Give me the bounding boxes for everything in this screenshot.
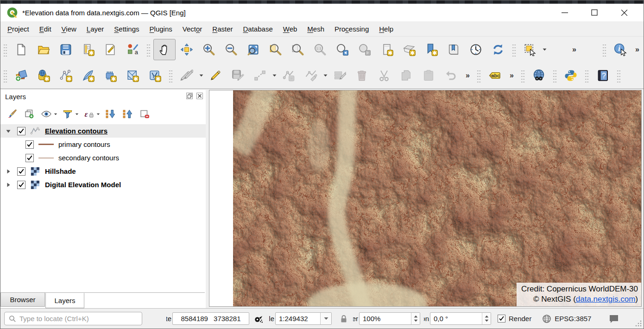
coordinate-box[interactable]: 8584189 3738281 bbox=[172, 312, 249, 325]
pan-button[interactable] bbox=[153, 39, 176, 60]
open-project-button[interactable] bbox=[32, 39, 55, 60]
help-button[interactable]: ? bbox=[592, 65, 614, 86]
layer-row[interactable]: Hillshade bbox=[0, 164, 206, 178]
toolbar-overflow[interactable]: » bbox=[462, 71, 474, 80]
layer-label[interactable]: primary contours bbox=[58, 140, 110, 148]
scale-dropdown-icon[interactable] bbox=[320, 313, 331, 324]
menu-vector[interactable]: Vector bbox=[177, 23, 208, 35]
float-panel-icon[interactable] bbox=[185, 92, 194, 100]
toolbar-handle[interactable] bbox=[585, 69, 589, 82]
symbol-checkbox[interactable] bbox=[25, 154, 34, 162]
identify-button[interactable]: i bbox=[609, 39, 631, 60]
magnifier-spinner[interactable] bbox=[411, 313, 420, 324]
new-map-view-button[interactable] bbox=[376, 39, 398, 60]
vertex-tool-dropdown-icon[interactable] bbox=[322, 65, 328, 86]
select-rect-button[interactable] bbox=[519, 39, 541, 60]
labels-abc-button[interactable]: abc bbox=[484, 65, 506, 86]
lock-scale-icon[interactable] bbox=[338, 314, 349, 323]
layer-label[interactable]: secondary contours bbox=[58, 154, 119, 162]
maximize-button[interactable] bbox=[580, 4, 609, 21]
remove-layer-button[interactable] bbox=[136, 107, 153, 121]
menu-raster[interactable]: Raster bbox=[207, 23, 238, 35]
crs-status[interactable]: EPSG:3857 bbox=[555, 315, 591, 323]
layer-checkbox[interactable] bbox=[17, 181, 25, 189]
toolbar-handle[interactable] bbox=[602, 43, 606, 57]
collapse-all-button[interactable] bbox=[119, 107, 136, 121]
menu-plugins[interactable]: Plugins bbox=[145, 23, 177, 35]
layer-label[interactable]: Hillshade bbox=[45, 167, 76, 175]
python-button[interactable] bbox=[560, 65, 582, 86]
resize-grip[interactable] bbox=[635, 320, 642, 327]
add-v-nodes-button[interactable] bbox=[55, 65, 77, 86]
menu-layer[interactable]: Layer bbox=[82, 23, 109, 35]
zoom-selection-button[interactable] bbox=[287, 39, 309, 60]
zoom-out-button[interactable] bbox=[220, 39, 242, 60]
layer-checkbox[interactable] bbox=[17, 127, 25, 135]
refresh-button[interactable] bbox=[487, 39, 509, 60]
expander-open-icon[interactable] bbox=[5, 128, 12, 134]
save-project-button[interactable] bbox=[55, 39, 77, 60]
menu-edit[interactable]: Edit bbox=[34, 23, 57, 35]
expander-closed-icon[interactable] bbox=[5, 168, 12, 175]
toolbar-handle[interactable] bbox=[3, 43, 7, 57]
expand-all-button[interactable] bbox=[101, 107, 119, 121]
edits-dropdown-icon[interactable] bbox=[198, 65, 204, 86]
menu-project[interactable]: Project bbox=[2, 23, 34, 35]
zoom-full-button[interactable] bbox=[242, 39, 265, 60]
layer-label[interactable]: Digital Elevation Model bbox=[45, 181, 121, 189]
layer-row[interactable]: primary contours bbox=[0, 138, 206, 151]
new-3d-view-button[interactable] bbox=[398, 39, 420, 60]
pan-selection-button[interactable] bbox=[176, 39, 198, 60]
rotation-spinner[interactable] bbox=[482, 313, 491, 324]
new-bookmark-button[interactable] bbox=[420, 39, 442, 60]
add-group-button[interactable] bbox=[20, 107, 38, 121]
menu-view[interactable]: View bbox=[57, 23, 82, 35]
map-themes-dropdown-icon[interactable] bbox=[52, 107, 59, 121]
map-canvas[interactable]: Credit: Copernicus WorldDEM-30 © NextGIS… bbox=[209, 90, 642, 307]
toolbar-handle[interactable] bbox=[477, 69, 481, 82]
close-button[interactable] bbox=[609, 4, 639, 21]
filter-legend-dropdown-icon[interactable] bbox=[74, 107, 80, 121]
close-panel-icon[interactable] bbox=[196, 92, 204, 100]
add-vector-button[interactable] bbox=[32, 65, 55, 86]
toggle-edit-button[interactable] bbox=[204, 65, 227, 86]
extent-tracking-icon[interactable] bbox=[252, 313, 265, 324]
toolbar-handle[interactable] bbox=[169, 69, 173, 82]
locate-search[interactable]: Type to locate (Ctrl+K) bbox=[4, 312, 142, 325]
add-chip-button[interactable] bbox=[99, 65, 121, 86]
menu-help[interactable]: Help bbox=[374, 23, 398, 35]
data-source-button[interactable] bbox=[10, 65, 32, 86]
add-mesh-button[interactable] bbox=[121, 65, 144, 86]
expander-closed-icon[interactable] bbox=[5, 182, 12, 188]
magnifier-spinbox[interactable]: 100% bbox=[359, 312, 420, 325]
dock-tab-browser[interactable]: Browser bbox=[0, 293, 45, 307]
zoom-last-button[interactable] bbox=[331, 39, 354, 60]
menu-processing[interactable]: Processing bbox=[329, 23, 374, 35]
layer-checkbox[interactable] bbox=[17, 167, 25, 176]
symbol-checkbox[interactable] bbox=[25, 140, 34, 149]
toolbar-handle[interactable] bbox=[3, 69, 7, 82]
scale-combo[interactable]: 1:249432 bbox=[275, 312, 332, 325]
toolbar-overflow[interactable]: » bbox=[631, 45, 644, 54]
add-feather-button[interactable] bbox=[77, 65, 99, 86]
metasearch-button[interactable] bbox=[528, 65, 550, 86]
toolbar-overflow[interactable]: » bbox=[506, 71, 518, 80]
digitize-dropdown-icon[interactable] bbox=[271, 65, 278, 86]
toolbar-handle[interactable] bbox=[553, 69, 557, 82]
menu-database[interactable]: Database bbox=[238, 23, 278, 35]
style-manager-button[interactable]: a bbox=[121, 39, 144, 60]
dock-tab-layers[interactable]: Layers bbox=[45, 293, 84, 308]
toolbar-handle[interactable] bbox=[512, 43, 516, 57]
filter-expression-dropdown-icon[interactable] bbox=[95, 107, 101, 121]
rotation-spinbox[interactable]: 0,0 ° bbox=[430, 312, 491, 325]
layer-row[interactable]: secondary contours bbox=[0, 151, 206, 164]
new-layout-button[interactable] bbox=[77, 39, 99, 60]
select-rect-dropdown-icon[interactable] bbox=[541, 39, 548, 60]
add-virtual-button[interactable] bbox=[144, 65, 166, 86]
render-checkbox[interactable] bbox=[498, 315, 505, 323]
layout-manager-button[interactable] bbox=[99, 39, 121, 60]
style-panel-button[interactable] bbox=[3, 107, 20, 121]
credit-link[interactable]: data.nextgis.com bbox=[576, 295, 636, 304]
toolbar-handle[interactable] bbox=[617, 69, 621, 82]
messages-icon[interactable] bbox=[607, 313, 621, 324]
